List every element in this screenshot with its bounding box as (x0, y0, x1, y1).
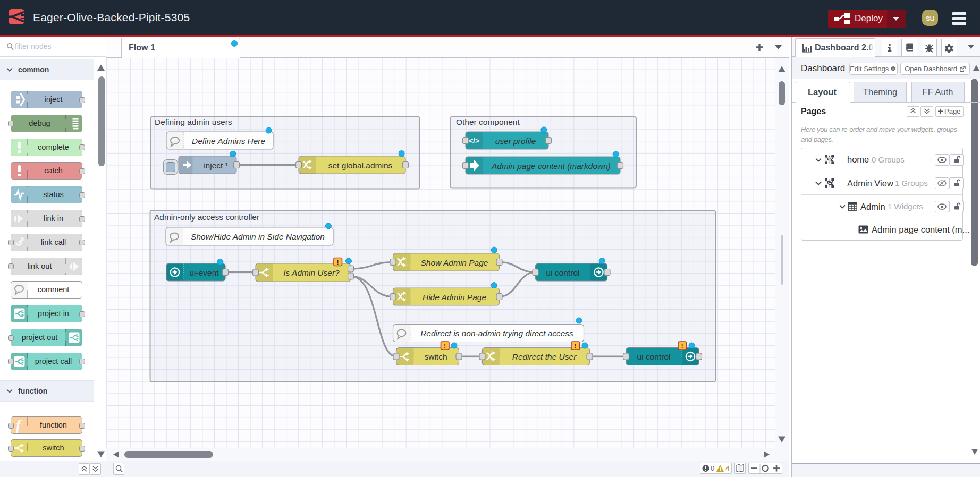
svg-text:switch: switch (424, 352, 447, 361)
svg-text:inject ¹: inject ¹ (204, 161, 228, 170)
svg-text:</>: </> (469, 137, 479, 145)
svg-text:ui-event: ui-event (189, 268, 219, 277)
svg-text:!: ! (444, 343, 446, 349)
svg-text:Defining admin users: Defining admin users (155, 117, 232, 126)
svg-text:4: 4 (725, 464, 730, 472)
svg-text:Admin page content (markdown): Admin page content (markdown) (491, 161, 611, 171)
svg-text:Define Admins Here: Define Admins Here (192, 137, 266, 146)
svg-text:Admin-only access controller: Admin-only access controller (154, 212, 259, 222)
svg-text:Is Admin User?: Is Admin User? (283, 268, 340, 277)
svg-text:Redirect is non-admin trying d: Redirect is non-admin trying direct acce… (420, 329, 573, 338)
svg-text:ui control: ui control (546, 268, 580, 277)
svg-text:Other component: Other component (456, 117, 520, 126)
svg-text:Hide Admin Page: Hide Admin Page (423, 293, 486, 302)
svg-text:!: ! (337, 259, 339, 266)
svg-text:ui control: ui control (637, 352, 671, 361)
svg-text:set global.admins: set global.admins (328, 161, 393, 170)
svg-text:Redirect the User: Redirect the User (512, 352, 577, 361)
svg-text:Show/Hide Admin in Side Naviga: Show/Hide Admin in Side Navigation (191, 232, 325, 241)
svg-text:Show Admin Page: Show Admin Page (421, 258, 488, 267)
svg-text:user profile: user profile (495, 137, 536, 146)
svg-text:!: ! (575, 343, 577, 349)
svg-text:!: ! (681, 343, 683, 349)
svg-text:0: 0 (711, 464, 714, 472)
